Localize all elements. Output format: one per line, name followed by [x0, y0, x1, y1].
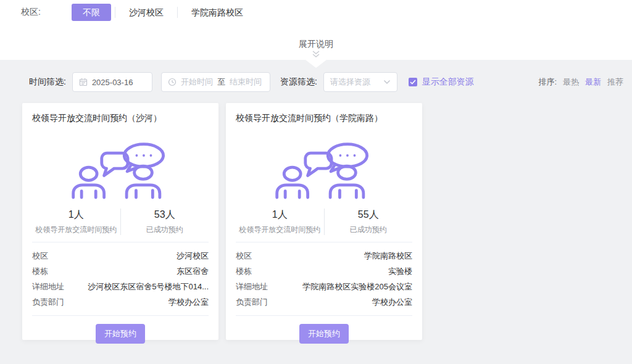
campus-filter-row: 校区: 不限 沙河校区 学院南路校区 — [0, 0, 632, 21]
detail-row-address: 详细地址 学院南路校区实验楼205会议室 — [236, 279, 412, 294]
show-all-resources-checkbox-group[interactable]: 显示全部资源 — [409, 77, 474, 88]
stat-value: 1人 — [236, 209, 324, 221]
campus-tab-xueyuan-south[interactable]: 学院南路校区 — [181, 4, 253, 21]
detail-row-department: 负责部门 学校办公室 — [32, 294, 209, 310]
detail-value: 沙河校区东区宿舍5号楼地下014... — [88, 279, 209, 294]
campus-tab-shahe[interactable]: 沙河校区 — [119, 4, 173, 21]
detail-value: 东区宿舍 — [177, 263, 209, 279]
stat-label: 已成功预约 — [325, 225, 413, 235]
expand-description-toggle[interactable]: 展开说明 — [299, 39, 333, 49]
end-time-placeholder: 结束时间 — [230, 77, 262, 88]
resource-select[interactable]: 请选择资源 — [323, 72, 397, 92]
card-button-area: 开始预约 — [32, 316, 209, 344]
resource-filter-label: 资源筛选: — [280, 77, 317, 88]
time-range-separator: 至 — [217, 77, 225, 88]
resource-card-shahe[interactable]: 校领导开放交流时间预约（沙河） — [22, 103, 218, 340]
sort-option-hottest[interactable]: 最热 — [563, 77, 579, 88]
detail-value: 学院南路校区 — [364, 248, 412, 263]
sort-group: 排序: 最热 最新 推荐 — [538, 77, 623, 88]
campus-filter-label: 校区: — [21, 7, 41, 18]
stat-label: 已成功预约 — [121, 225, 209, 235]
detail-row-building: 楼栋 东区宿舍 — [32, 263, 209, 279]
expand-description-row: 展开说明 — [0, 38, 632, 57]
date-picker-input[interactable]: 2025-03-16 — [72, 72, 152, 92]
card-title: 校领导开放交流时间预约（学院南路） — [236, 113, 412, 124]
show-all-resources-label[interactable]: 显示全部资源 — [422, 77, 474, 88]
detail-label: 校区 — [32, 248, 48, 263]
detail-row-department: 负责部门 学校办公室 — [236, 294, 412, 310]
stat-label: 校领导开放交流时间预约 — [32, 225, 120, 235]
campus-tabs: 不限 沙河校区 学院南路校区 — [72, 4, 253, 21]
detail-row-address: 详细地址 沙河校区东区宿舍5号楼地下014... — [32, 279, 209, 294]
date-value: 2025-03-16 — [92, 78, 133, 87]
stat-booked: 55人 已成功预约 — [325, 209, 413, 235]
card-stats: 1人 校领导开放交流时间预约 55人 已成功预约 — [236, 209, 412, 242]
stat-label: 校领导开放交流时间预约 — [236, 225, 324, 235]
stat-value: 1人 — [32, 209, 120, 221]
stat-booked: 53人 已成功预约 — [121, 209, 209, 235]
detail-row-campus: 校区 沙河校区 — [32, 248, 209, 263]
header-section: 校区: 不限 沙河校区 学院南路校区 展开说明 — [0, 0, 632, 60]
detail-value: 实验楼 — [388, 263, 412, 279]
card-button-area: 开始预约 — [236, 316, 412, 344]
stat-capacity: 1人 校领导开放交流时间预约 — [32, 209, 121, 235]
detail-label: 详细地址 — [236, 279, 268, 294]
time-filter-label: 时间筛选: — [29, 77, 66, 88]
card-details: 校区 沙河校区 楼栋 东区宿舍 详细地址 沙河校区东区宿舍5号楼地下014...… — [32, 242, 209, 316]
conversation-icon — [236, 140, 412, 199]
stat-value: 55人 — [325, 209, 413, 221]
clock-icon — [168, 78, 177, 86]
section-notch — [306, 60, 326, 68]
resource-card-xueyuan-south[interactable]: 校领导开放交流时间预约（学院南路） — [226, 103, 422, 340]
detail-value: 沙河校区 — [177, 248, 209, 263]
main-section: 时间筛选: 2025-03-16 开始时间 至 结束时间 资源筛选: 请选择资源 — [0, 60, 632, 364]
detail-label: 负责部门 — [236, 294, 268, 310]
campus-tab-unlimited[interactable]: 不限 — [72, 4, 111, 21]
start-time-placeholder: 开始时间 — [181, 77, 213, 88]
detail-row-campus: 校区 学院南路校区 — [236, 248, 412, 263]
card-stats: 1人 校领导开放交流时间预约 53人 已成功预约 — [32, 209, 209, 242]
start-booking-button[interactable]: 开始预约 — [96, 324, 145, 344]
sort-option-recommended[interactable]: 推荐 — [607, 77, 623, 88]
sort-label: 排序: — [538, 77, 557, 88]
conversation-icon — [32, 140, 209, 199]
resource-select-placeholder: 请选择资源 — [330, 77, 370, 88]
resource-cards: 校领导开放交流时间预约（沙河） — [22, 103, 632, 340]
time-range-input[interactable]: 开始时间 至 结束时间 — [161, 72, 270, 92]
sort-option-newest[interactable]: 最新 — [585, 77, 601, 88]
detail-label: 负责部门 — [32, 294, 64, 310]
card-title: 校领导开放交流时间预约（沙河） — [32, 113, 209, 124]
start-booking-button[interactable]: 开始预约 — [299, 324, 349, 344]
detail-label: 校区 — [236, 248, 252, 263]
chevron-down-icon — [383, 80, 391, 85]
detail-value: 学院南路校区实验楼205会议室 — [302, 279, 412, 294]
detail-label: 详细地址 — [32, 279, 64, 294]
detail-label: 楼栋 — [236, 263, 252, 279]
calendar-icon — [79, 78, 88, 86]
tab-divider — [115, 7, 115, 18]
stat-value: 53人 — [121, 209, 209, 221]
detail-value: 学校办公室 — [168, 294, 209, 310]
checkbox-checked-icon[interactable] — [409, 78, 417, 86]
detail-row-building: 楼栋 实验楼 — [236, 263, 412, 279]
card-details: 校区 学院南路校区 楼栋 实验楼 详细地址 学院南路校区实验楼205会议室 负责… — [236, 242, 412, 316]
double-chevron-down-icon[interactable] — [312, 51, 320, 57]
detail-label: 楼栋 — [32, 263, 48, 279]
detail-value: 学校办公室 — [372, 294, 412, 310]
tab-divider — [177, 7, 178, 18]
stat-capacity: 1人 校领导开放交流时间预约 — [236, 209, 325, 235]
